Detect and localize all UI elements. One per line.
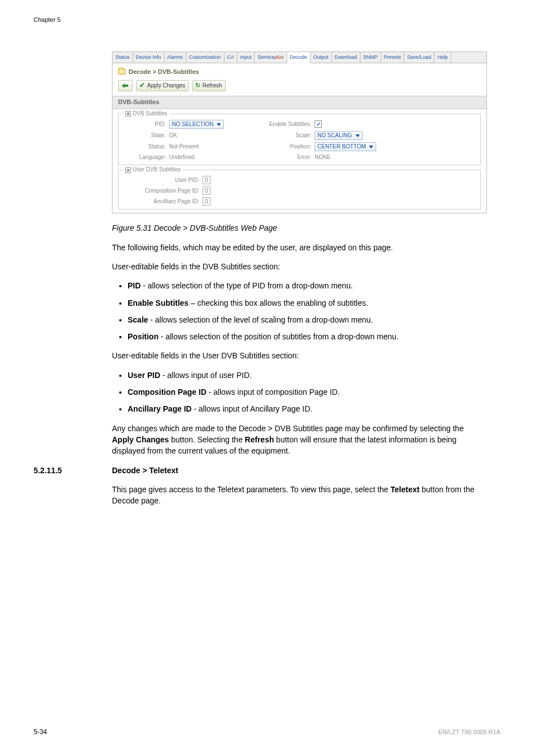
user-pid-label: User PID: [124,176,203,185]
teletext-bold: Teletext [391,485,420,494]
page-number: 5-34 [34,727,47,737]
tab-status[interactable]: Status [113,52,133,63]
bullet-bold: Enable Subtitles [128,298,189,307]
tab-presets[interactable]: Presets [381,52,405,63]
user-editable-heading-2: User-editable fields in the User DVB Sub… [112,350,487,361]
tab-output[interactable]: Output [311,52,332,63]
position-dropdown[interactable]: CENTER BOTTOM [315,142,376,151]
apply-changes-label: Apply Changes [147,82,185,90]
bullet-text: – checking this box allows the enabling … [189,298,368,307]
section-title: Decode > Teletext [112,466,178,475]
scale-label: Scale: [253,132,315,140]
bullet-bold: Scale [128,315,148,324]
composition-page-id-input[interactable]: 0 [203,186,210,195]
pid-dropdown[interactable]: NO SELECTION [169,120,224,129]
section-header: DVB-Subtitles [113,96,486,109]
intro-paragraph: The following fields, which may be edite… [112,242,487,253]
user-editable-heading-1: User-editable fields in the DVB Subtitle… [112,261,487,272]
tab-customization[interactable]: Customization [186,52,224,63]
refresh-label: Refresh [203,82,222,90]
dvb-subtitles-fieldset: DVB Subtitles PID: NO SELECTION Enable S… [118,114,481,166]
changes-text-a: Any changes which are made to the Decode… [112,424,463,433]
tab-help[interactable]: Help [434,52,451,63]
status-label: Status: [124,143,169,151]
back-button[interactable] [118,80,133,91]
tab-device-info[interactable]: Device Info [133,52,165,63]
dvb-subtitles-legend-text: DVB Subtitles [133,110,167,118]
list-item: User PID - allows input of user PID. [128,370,487,381]
changes-text-c: button. Selecting the [169,435,245,444]
state-label: State: [124,132,169,140]
check-icon: ✔ [139,81,145,90]
breadcrumb-row: Decode > DVB-Subtitles [113,63,486,80]
bullet-list-2: User PID - allows input of user PID. Com… [112,370,487,415]
toolbar: ✔Apply Changes ↻Refresh [113,80,486,96]
ancillary-page-id-label: Ancilliary Page ID: [124,198,203,206]
user-dvb-grid: User PID: 0 Composition Page ID: 0 Ancil… [124,176,475,206]
breadcrumb: Decode > DVB-Subtitles [129,68,199,75]
bullet-bold: PID [128,281,140,290]
user-pid-input[interactable]: 0 [203,176,210,184]
bullet-text: - allows input of composition Page ID. [207,388,340,396]
tab-service-suffix: plus [274,54,284,60]
status-value: Not Present [169,143,253,151]
bullet-bold: User PID [128,371,160,380]
language-label: Language: [124,153,169,162]
enable-subtitles-checkbox[interactable]: ✓ [315,120,322,128]
bullet-text: - allows selection of the type of PID fr… [140,281,353,290]
state-value: OK [169,132,253,140]
list-item: Ancillary Page ID - allows input of Anci… [128,403,487,414]
section-number: 5.2.11.5 [34,465,62,476]
tab-service-plus[interactable]: Serviceplus [255,52,287,63]
apply-changes-button[interactable]: ✔Apply Changes [136,80,189,91]
list-item: Enable Subtitles – checking this box all… [128,297,487,309]
refresh-button[interactable]: ↻Refresh [192,80,226,91]
folder-icon [118,69,125,74]
list-item: Position - allows selection of the posit… [128,331,487,342]
bullet-bold: Ancillary Page ID [128,404,191,413]
legend-icon [125,167,131,173]
position-label: Position: [253,143,315,151]
legend-icon [125,111,131,116]
figure-caption: Figure 5.31 Decode > DVB-Subtitles Web P… [112,222,487,234]
bullet-list-1: PID - allows selection of the type of PI… [112,280,487,342]
tab-service-prefix: Service [257,54,274,60]
tab-bar: Status Device Info Alarms Customization … [113,52,486,63]
dvb-form-grid: PID: NO SELECTION Enable Subtitles: ✓ St… [124,120,475,162]
tab-alarms[interactable]: Alarms [165,52,186,63]
chapter-label: Chapter 5 [34,16,60,25]
tab-ca[interactable]: CA [224,52,238,63]
dvb-subtitles-legend: DVB Subtitles [123,110,170,118]
tab-save-load[interactable]: Save/Load [404,52,434,63]
user-dvb-subtitles-fieldset: User DVB Subtitles User PID: 0 Compositi… [118,170,481,209]
scale-dropdown[interactable]: NO SCALING [315,131,363,140]
list-item: Scale - allows selection of the level of… [128,314,487,325]
pid-label: PID: [124,120,169,129]
tab-input[interactable]: Input [237,52,255,63]
error-value: NONE [315,153,399,162]
teletext-paragraph: This page gives access to the Teletext p… [112,484,487,507]
tab-decode[interactable]: Decode [287,52,311,63]
changes-bold-1: Apply Changes [112,435,169,444]
page-content: Status Device Info Alarms Customization … [112,52,487,514]
language-value: Undefined [169,153,253,162]
bullet-bold: Composition Page ID [128,388,207,396]
bullet-text: - allows selection of the position of su… [158,332,399,341]
changes-paragraph: Any changes which are made to the Decode… [112,423,487,457]
back-icon [121,82,129,89]
tab-snmp[interactable]: SNMP [360,52,381,63]
ancillary-page-id-input[interactable]: 0 [203,197,210,206]
composition-page-id-label: Composition Page ID: [124,187,203,195]
document-id: EN/LZT 790 0005 R1A [438,728,500,737]
changes-bold-2: Refresh [245,435,274,444]
tab-download[interactable]: Download [332,52,360,63]
bullet-text: - allows input of Ancillary Page ID. [191,404,312,413]
user-dvb-legend: User DVB Subtitles [123,166,183,174]
bullet-text: - allows selection of the level of scali… [148,315,373,324]
teletext-text-a: This page gives access to the Teletext p… [112,485,391,494]
list-item: Composition Page ID - allows input of co… [128,386,487,398]
refresh-icon: ↻ [195,81,200,90]
bullet-bold: Position [128,332,158,341]
section-heading-row: 5.2.11.5 Decode > Teletext [112,465,487,476]
screenshot-panel: Status Device Info Alarms Customization … [112,52,487,213]
